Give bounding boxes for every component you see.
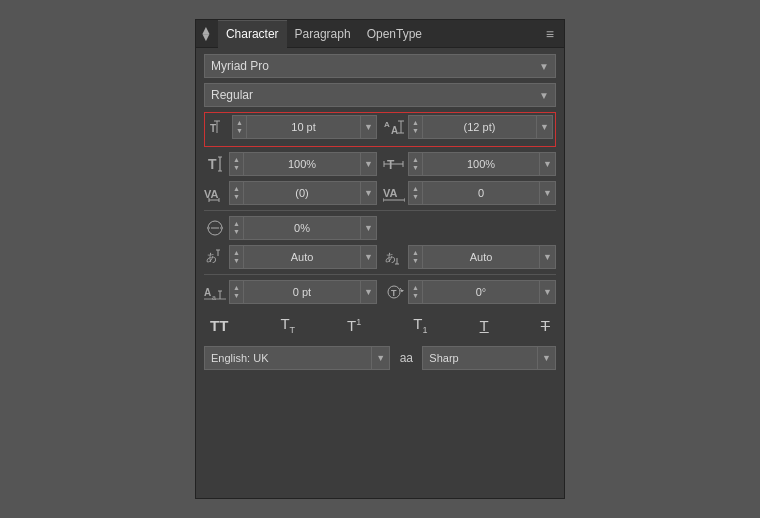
kerning-icon: VA [204, 184, 226, 202]
mojikumi-top-arrows[interactable]: ▲ ▼ [230, 246, 244, 268]
superscript-button[interactable]: T1 [343, 315, 365, 336]
vertical-scale-value: 100% [244, 158, 360, 170]
mojikumi-bottom-spinner[interactable]: ▲ ▼ Auto ▼ [408, 245, 556, 269]
tracking-dropdown-arrow[interactable]: ▼ [539, 182, 555, 204]
font-size-dropdown-arrow[interactable]: ▼ [360, 116, 376, 138]
baseline-shift-arrows[interactable]: ▲ ▼ [230, 281, 244, 303]
horizontal-scale-group: T ▲ ▼ 100% ▼ [383, 152, 556, 176]
tracking-group: VA ▲ ▼ 0 ▼ [383, 181, 556, 205]
tab-opentype[interactable]: OpenType [359, 20, 430, 48]
font-style-row: Regular ▼ [204, 83, 556, 107]
tracking-value: 0 [423, 187, 539, 199]
language-dropdown[interactable]: English: UK ▼ [204, 346, 390, 370]
font-size-value: 10 pt [247, 121, 360, 133]
size-leading-row: T ▲ ▼ 10 pt ▼ [207, 115, 553, 139]
tracking-spinner[interactable]: ▲ ▼ 0 ▼ [408, 181, 556, 205]
size-leading-highlighted: T ▲ ▼ 10 pt ▼ [204, 112, 556, 147]
scale-row: T ▲ ▼ 100% ▼ [204, 152, 556, 176]
svg-text:あ: あ [385, 251, 396, 263]
mojikumi-bottom-value: Auto [423, 251, 539, 263]
baseline-shift-spinner[interactable]: ▲ ▼ 0 pt ▼ [229, 280, 377, 304]
rotation-dropdown-arrow[interactable]: ▼ [539, 281, 555, 303]
divider-1 [204, 210, 556, 211]
divider-2 [204, 274, 556, 275]
mojikumi-row: あ ▲ ▼ Auto ▼ [204, 245, 556, 269]
font-family-row: Myriad Pro ▼ [204, 54, 556, 78]
svg-text:A: A [391, 125, 398, 136]
kerning-spinner[interactable]: ▲ ▼ (0) ▼ [229, 181, 377, 205]
font-size-arrows[interactable]: ▲ ▼ [233, 116, 247, 138]
mojikumi-top-group: あ ▲ ▼ Auto ▼ [204, 245, 377, 269]
rotation-arrows[interactable]: ▲ ▼ [409, 281, 423, 303]
language-arrow[interactable]: ▼ [371, 347, 389, 369]
svg-text:VA: VA [383, 187, 398, 199]
horizontal-scale-spinner[interactable]: ▲ ▼ 100% ▼ [408, 152, 556, 176]
all-caps-button[interactable]: TT [206, 315, 232, 336]
mojikumi-bottom-arrows[interactable]: ▲ ▼ [409, 246, 423, 268]
baseline-rotation-row: A a ▲ ▼ 0 pt ▼ [204, 280, 556, 304]
tsume-group: ▲ ▼ 0% ▼ [204, 216, 377, 240]
mojikumi-bottom-group: あ ▲ ▼ Auto ▼ [383, 245, 556, 269]
kerning-value: (0) [244, 187, 360, 199]
kerning-dropdown-arrow[interactable]: ▼ [360, 182, 376, 204]
baseline-shift-dropdown-arrow[interactable]: ▼ [360, 281, 376, 303]
vertical-scale-group: T ▲ ▼ 100% ▼ [204, 152, 377, 176]
horizontal-scale-dropdown-arrow[interactable]: ▼ [539, 153, 555, 175]
panel-arrows[interactable]: ▲ ▼ [200, 27, 212, 41]
kerning-group: VA ▲ ▼ (0) ▼ [204, 181, 377, 205]
panel-menu-icon[interactable]: ≡ [540, 22, 560, 46]
baseline-shift-value: 0 pt [244, 286, 360, 298]
rotation-icon: T [383, 283, 405, 301]
font-size-spinner[interactable]: ▲ ▼ 10 pt ▼ [232, 115, 377, 139]
underline-button[interactable]: T [476, 315, 493, 336]
antialiasing-arrow[interactable]: ▼ [537, 347, 555, 369]
leading-icon: A A [383, 118, 405, 136]
language-value: English: UK [205, 352, 371, 364]
lang-aa-row: English: UK ▼ aa Sharp ▼ [204, 346, 556, 370]
mojikumi-top-dropdown-arrow[interactable]: ▼ [360, 246, 376, 268]
svg-text:A: A [204, 287, 211, 298]
kerning-arrows[interactable]: ▲ ▼ [230, 182, 244, 204]
tab-character[interactable]: Character [218, 20, 287, 48]
mojikumi-top-spinner[interactable]: ▲ ▼ Auto ▼ [229, 245, 377, 269]
vertical-scale-spinner[interactable]: ▲ ▼ 100% ▼ [229, 152, 377, 176]
svg-text:T: T [391, 288, 397, 298]
leading-arrows[interactable]: ▲ ▼ [409, 116, 423, 138]
strikethrough-button[interactable]: T [537, 315, 554, 336]
font-family-dropdown[interactable]: Myriad Pro ▼ [204, 54, 556, 78]
mojikumi-top-value: Auto [244, 251, 360, 263]
vertical-scale-dropdown-arrow[interactable]: ▼ [360, 153, 376, 175]
panel-body: Myriad Pro ▼ Regular ▼ T [196, 48, 564, 376]
leading-value: (12 pt) [423, 121, 536, 133]
subscript-button[interactable]: T1 [409, 313, 431, 337]
tab-bar: ▲ ▼ Character Paragraph OpenType ≡ [196, 20, 564, 48]
antialiasing-value: Sharp [423, 352, 537, 364]
tsume-row: ▲ ▼ 0% ▼ [204, 216, 556, 240]
tsume-icon [204, 219, 226, 237]
tsume-arrows[interactable]: ▲ ▼ [230, 217, 244, 239]
vertical-scale-icon: T [204, 155, 226, 173]
rotation-spinner[interactable]: ▲ ▼ 0° ▼ [408, 280, 556, 304]
svg-text:T: T [208, 156, 217, 172]
leading-spinner[interactable]: ▲ ▼ (12 pt) ▼ [408, 115, 553, 139]
font-size-group: T ▲ ▼ 10 pt ▼ [207, 115, 377, 139]
tab-paragraph[interactable]: Paragraph [287, 20, 359, 48]
svg-text:VA: VA [204, 188, 219, 200]
antialiasing-dropdown[interactable]: Sharp ▼ [422, 346, 556, 370]
vertical-scale-arrows[interactable]: ▲ ▼ [230, 153, 244, 175]
mojikumi-top-icon: あ [204, 248, 226, 266]
horizontal-scale-icon: T [383, 155, 405, 173]
svg-text:あ: あ [206, 251, 217, 263]
mojikumi-bottom-dropdown-arrow[interactable]: ▼ [539, 246, 555, 268]
svg-text:A: A [384, 120, 390, 129]
font-style-dropdown[interactable]: Regular ▼ [204, 83, 556, 107]
tracking-arrows[interactable]: ▲ ▼ [409, 182, 423, 204]
tsume-spinner[interactable]: ▲ ▼ 0% ▼ [229, 216, 377, 240]
baseline-shift-icon: A a [204, 283, 226, 301]
font-size-icon: T [207, 118, 229, 136]
tsume-dropdown-arrow[interactable]: ▼ [360, 217, 376, 239]
small-caps-button[interactable]: TT [276, 313, 299, 337]
font-family-arrow: ▼ [539, 61, 549, 72]
leading-dropdown-arrow[interactable]: ▼ [536, 116, 552, 138]
horizontal-scale-arrows[interactable]: ▲ ▼ [409, 153, 423, 175]
